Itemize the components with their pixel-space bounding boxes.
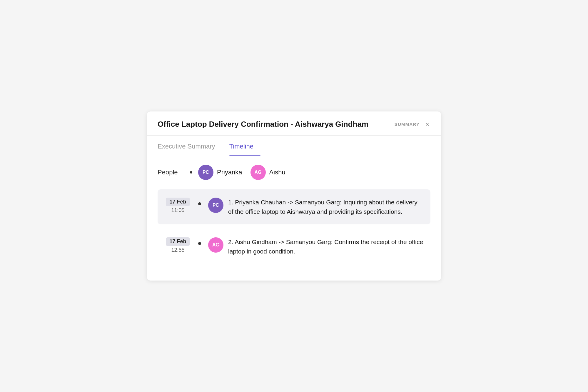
date-block-1: 17 Feb 11:05 (165, 198, 191, 213)
header-right: SUMMARY × (395, 121, 430, 128)
tab-timeline[interactable]: Timeline (229, 137, 260, 155)
avatar-pc: PC (198, 165, 213, 180)
main-panel: Office Laptop Delivery Confirmation - Ai… (147, 111, 441, 281)
time-text-1: 11:05 (165, 207, 191, 213)
timeline-dot-1 (198, 202, 201, 205)
people-avatars: PC Priyanka AG Aishu (198, 165, 290, 180)
people-section: People PC Priyanka AG Aishu (158, 165, 430, 180)
timeline-text-1: 1. Priyanka Chauhan -> Samanyou Garg: In… (228, 198, 423, 216)
timeline-item-2: 17 Feb 12:55 AG 2. Aishu Gindham -> Sama… (158, 229, 430, 264)
date-badge-1: 17 Feb (166, 198, 190, 206)
avatar-ag: AG (250, 165, 266, 180)
person-name-aishu: Aishu (269, 169, 285, 176)
time-text-2: 12:55 (165, 247, 191, 253)
timeline-body-2: AG 2. Aishu Gindham -> Samanyou Garg: Co… (208, 237, 423, 256)
timeline-text-2: 2. Aishu Gindham -> Samanyou Garg: Confi… (228, 237, 423, 256)
panel-title: Office Laptop Delivery Confirmation - Ai… (158, 120, 395, 129)
person-name-priyanka: Priyanka (217, 169, 242, 176)
people-label: People (158, 169, 184, 176)
tab-executive-summary[interactable]: Executive Summary (158, 137, 222, 155)
timeline-dot-2 (198, 242, 201, 245)
panel-header: Office Laptop Delivery Confirmation - Ai… (147, 111, 441, 136)
tab-content: People PC Priyanka AG Aishu 17 Feb 11:05 (147, 155, 441, 281)
date-badge-2: 17 Feb (166, 237, 190, 246)
close-button[interactable]: × (424, 121, 430, 128)
people-bullet (190, 171, 192, 174)
timeline-body-1: PC 1. Priyanka Chauhan -> Samanyou Garg:… (208, 198, 423, 216)
timeline-avatar-pc: PC (208, 198, 223, 213)
tabs-bar: Executive Summary Timeline (147, 137, 441, 155)
timeline-avatar-ag: AG (208, 237, 223, 253)
date-block-2: 17 Feb 12:55 (165, 237, 191, 253)
timeline-item-1: 17 Feb 11:05 PC 1. Priyanka Chauhan -> S… (158, 189, 430, 224)
summary-label: SUMMARY (395, 122, 420, 127)
